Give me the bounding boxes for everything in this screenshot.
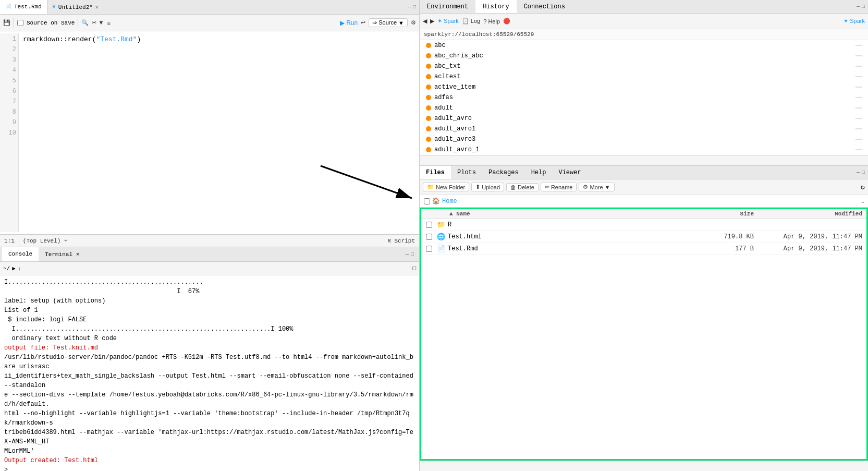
tab-untitled2[interactable]: R Untitled2* ✕ bbox=[47, 0, 104, 14]
back-button[interactable]: ◀ bbox=[423, 18, 427, 25]
db-item-adult-avro-1[interactable]: adult_avro_1 bbox=[420, 144, 868, 155]
db-item-abc-txt[interactable]: abc_txt bbox=[420, 61, 868, 71]
tab-history[interactable]: History bbox=[475, 0, 516, 13]
right-top-minimize-icon[interactable]: — bbox=[857, 4, 860, 9]
tab-test-rmd-label: Test.Rmd bbox=[14, 4, 42, 10]
right-top-tab-bar: Environment History Connections — □ bbox=[420, 0, 868, 14]
tab-test-rmd[interactable]: 📄 Test.Rmd bbox=[0, 0, 47, 14]
header-size[interactable]: Size bbox=[710, 211, 762, 217]
tab-close-icon[interactable]: ✕ bbox=[95, 4, 99, 10]
console-line: I.......................................… bbox=[4, 324, 415, 334]
file-check-html[interactable] bbox=[421, 234, 437, 240]
compile-button[interactable]: ≡ bbox=[107, 20, 110, 26]
editor-panel: 📄 Test.Rmd R Untitled2* ✕ — □ 💾 Source o… bbox=[0, 0, 420, 471]
tab-packages[interactable]: Packages bbox=[482, 166, 525, 179]
more-label: More ▼ bbox=[590, 184, 610, 190]
scroll-icon[interactable]: ↓ bbox=[18, 265, 21, 272]
xl-button[interactable]: 🔴 bbox=[503, 18, 510, 25]
spark-button[interactable]: ✦ Spark bbox=[437, 18, 459, 25]
forward-button[interactable]: ▶ bbox=[430, 18, 434, 25]
upload-button[interactable]: ⬆ Upload bbox=[471, 183, 504, 191]
right-top-maximize-icon[interactable]: □ bbox=[862, 4, 865, 9]
file-name-r[interactable]: 📁 R bbox=[437, 221, 710, 229]
files-bottom-bar bbox=[420, 461, 868, 471]
code-editor[interactable]: 1 2 3 4 5 6 7 8 9 10 rmarkdown::render("… bbox=[0, 31, 419, 234]
tab-files[interactable]: Files bbox=[420, 166, 451, 179]
maximize-icon[interactable]: □ bbox=[413, 4, 416, 10]
db-item-adult-avro1[interactable]: adult_avro1 bbox=[420, 124, 868, 134]
source-button[interactable]: ⇒ Source ▼ bbox=[369, 18, 408, 27]
files-table-header: ▲ Name Size Modified bbox=[421, 209, 866, 219]
folder-icon: 📁 bbox=[437, 221, 445, 229]
right-panel: Environment History Connections — □ ◀ ▶ … bbox=[420, 0, 868, 471]
search-button[interactable]: 🔍 bbox=[81, 19, 89, 26]
more-breadcrumb[interactable]: … bbox=[860, 198, 864, 204]
db-item-adult-avro3[interactable]: adult_avro3 bbox=[420, 134, 868, 144]
db-icon bbox=[426, 84, 431, 90]
db-expand-icon bbox=[855, 97, 862, 98]
save-button[interactable]: 💾 bbox=[3, 19, 10, 26]
file-size-rmd: 177 B bbox=[710, 245, 762, 252]
code-line-3 bbox=[23, 55, 415, 66]
tab-plots[interactable]: Plots bbox=[451, 166, 482, 179]
file-size-html: 719.8 KB bbox=[710, 233, 762, 240]
tab-environment[interactable]: Environment bbox=[420, 0, 475, 13]
file-name-html[interactable]: 🌐 Test.html bbox=[437, 233, 710, 241]
db-item-abc-chris-abc[interactable]: abc_chris_abc bbox=[420, 51, 868, 61]
connection-url: sparklyr://localhost:65529/65529 bbox=[424, 31, 534, 38]
db-label: adult bbox=[434, 104, 453, 112]
file-name-rmd[interactable]: 📄 Test.Rmd bbox=[437, 245, 710, 253]
log-button[interactable]: 📋 Log bbox=[462, 18, 480, 25]
console-line: $ include: logi FALSE bbox=[4, 315, 415, 324]
file-check-r[interactable] bbox=[421, 222, 437, 228]
db-item-adfas[interactable]: adfas bbox=[420, 92, 868, 103]
db-item-adult[interactable]: adult bbox=[420, 103, 868, 113]
console-minimize-icon[interactable]: — bbox=[406, 251, 409, 257]
delete-button[interactable]: 🗑 Delete bbox=[506, 183, 539, 191]
gear-button[interactable]: ⚙ bbox=[411, 19, 416, 26]
db-item-acltest[interactable]: acltest bbox=[420, 71, 868, 82]
more-button[interactable]: ⚙ More ▼ bbox=[579, 183, 614, 191]
minimize-icon[interactable]: — bbox=[408, 4, 411, 10]
source-on-save-checkbox[interactable] bbox=[17, 20, 23, 26]
tab-connections[interactable]: Connections bbox=[517, 0, 572, 13]
db-item-active-item[interactable]: active_item bbox=[420, 82, 868, 92]
files-minimize-icon[interactable]: — bbox=[857, 170, 860, 175]
tab-viewer[interactable]: Viewer bbox=[552, 166, 587, 179]
rename-button[interactable]: ✏ Rename bbox=[541, 183, 577, 191]
run-button[interactable]: ▶ Run bbox=[340, 19, 358, 27]
db-expand-icon bbox=[855, 45, 862, 46]
code-content[interactable]: rmarkdown::render("Test.Rmd") bbox=[19, 33, 419, 232]
console-maximize-icon[interactable]: □ bbox=[411, 251, 414, 257]
tab-terminal[interactable]: Terminal × bbox=[39, 247, 85, 261]
db-item-abc[interactable]: abc bbox=[420, 40, 868, 51]
files-maximize-icon[interactable]: □ bbox=[862, 170, 865, 175]
tab-console[interactable]: Console bbox=[2, 247, 39, 261]
breadcrumb-checkbox[interactable] bbox=[424, 198, 430, 204]
new-folder-icon: 📁 bbox=[427, 184, 434, 190]
refresh-icon[interactable]: ↻ bbox=[861, 183, 865, 191]
console-forward-icon[interactable]: ▶ bbox=[12, 265, 16, 272]
db-expand-icon bbox=[855, 149, 862, 150]
console-maximize-icon[interactable]: □ bbox=[412, 265, 416, 272]
breadcrumb-home[interactable]: Home bbox=[442, 198, 457, 205]
code-tools-button[interactable]: ✂ ▼ bbox=[92, 19, 104, 26]
header-name[interactable]: ▲ Name bbox=[437, 211, 710, 217]
help-button[interactable]: ? Help bbox=[483, 18, 500, 25]
header-modified[interactable]: Modified bbox=[762, 211, 866, 217]
console-prompt[interactable]: > bbox=[4, 465, 415, 471]
db-expand-icon bbox=[855, 55, 862, 56]
console-output: I.......................................… bbox=[0, 275, 419, 471]
new-folder-button[interactable]: 📁 New Folder bbox=[423, 183, 469, 191]
rerun-button[interactable]: ↩ bbox=[361, 19, 365, 26]
db-label: abc_txt bbox=[434, 63, 460, 70]
spark-label-right: ✦ Spark bbox=[843, 18, 865, 25]
right-top-panel: Environment History Connections — □ ◀ ▶ … bbox=[420, 0, 868, 166]
files-toolbar: 📁 New Folder ⬆ Upload 🗑 Delete ✏ Rename … bbox=[420, 179, 868, 195]
tab-help[interactable]: Help bbox=[525, 166, 553, 179]
file-check-rmd[interactable] bbox=[421, 246, 437, 252]
db-item-adult-avro[interactable]: adult_avro bbox=[420, 113, 868, 124]
file-label-rmd: Test.Rmd bbox=[448, 245, 478, 252]
spark-right-button[interactable]: ✦ Spark bbox=[843, 18, 865, 25]
db-expand-icon bbox=[855, 139, 862, 140]
